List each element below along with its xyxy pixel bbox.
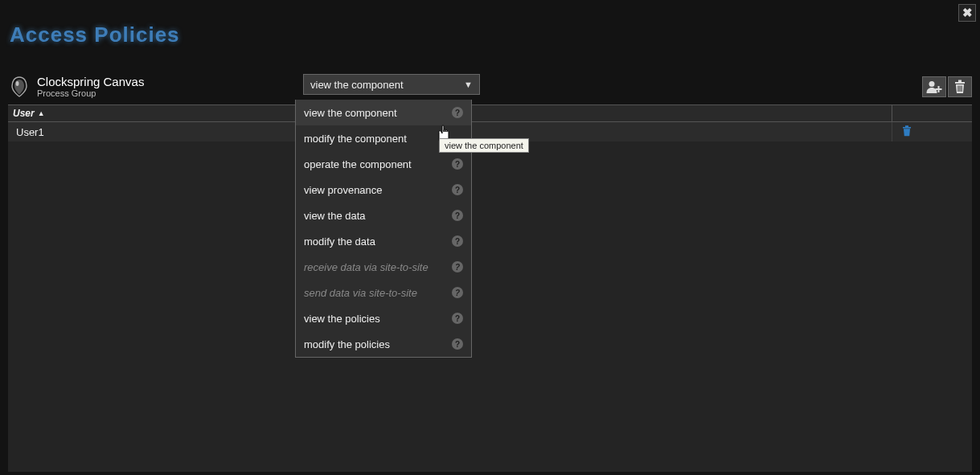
policy-option-label: view the policies	[304, 313, 380, 325]
help-icon[interactable]: ?	[452, 287, 463, 298]
help-icon[interactable]: ?	[452, 107, 463, 118]
svg-rect-5	[958, 80, 962, 83]
component-info: Clockspring Canvas Process Group	[37, 76, 144, 99]
chevron-down-icon: ▼	[464, 80, 473, 89]
policy-option[interactable]: modify the policies?	[296, 331, 471, 357]
delete-policy-button[interactable]	[948, 76, 972, 97]
policy-option-label: modify the component	[304, 133, 407, 145]
policy-option[interactable]: operate the component?	[296, 151, 471, 177]
policy-dropdown[interactable]: view the component ▼	[303, 74, 480, 95]
help-icon[interactable]: ?	[452, 338, 463, 350]
svg-rect-7	[959, 86, 960, 92]
policy-option-label: view the data	[304, 210, 366, 222]
policy-option-label: modify the policies	[304, 338, 390, 350]
user-column-label: User	[13, 108, 35, 119]
process-group-icon	[8, 76, 31, 98]
sort-asc-icon: ▲	[38, 109, 45, 117]
policy-option-label: send data via site-to-site	[304, 287, 417, 299]
user-cell: User1	[16, 126, 44, 138]
policy-option[interactable]: view the policies?	[296, 305, 471, 331]
policy-option-label: modify the data	[304, 235, 375, 248]
component-name: Clockspring Canvas	[37, 76, 144, 89]
policy-option-label: view the component	[304, 107, 397, 119]
svg-point-0	[16, 81, 19, 86]
column-divider	[892, 105, 892, 121]
close-button[interactable]: ✖	[958, 4, 976, 22]
policy-dropdown-value: view the component	[310, 79, 404, 91]
component-type: Process Group	[37, 88, 144, 98]
page-title: Access Policies	[10, 23, 180, 47]
close-icon: ✖	[962, 6, 973, 20]
table-row[interactable]: User1	[8, 122, 972, 141]
policy-option-label: view provenance	[304, 184, 383, 196]
policy-option[interactable]: view the component?	[296, 100, 471, 125]
add-user-button[interactable]	[922, 76, 946, 97]
policy-option-label: receive data via site-to-site	[304, 261, 428, 273]
remove-user-button[interactable]	[902, 125, 912, 139]
help-icon[interactable]: ?	[452, 313, 463, 324]
policy-dropdown-list[interactable]: view the component?modify the componento…	[295, 100, 472, 358]
svg-rect-10	[905, 125, 908, 127]
svg-rect-4	[955, 82, 965, 84]
help-icon[interactable]: ?	[452, 184, 463, 195]
action-buttons	[922, 76, 972, 97]
policy-option: send data via site-to-site?	[296, 280, 471, 305]
svg-rect-3	[936, 88, 942, 90]
policy-option-label: operate the component	[304, 158, 412, 170]
help-icon[interactable]: ?	[452, 261, 463, 272]
policy-option: receive data via site-to-site?	[296, 254, 471, 280]
help-icon[interactable]: ?	[452, 158, 463, 170]
svg-rect-9	[903, 127, 911, 129]
row-divider	[892, 122, 892, 141]
user-table-header[interactable]: User ▲	[8, 104, 972, 122]
policy-option[interactable]: view the data?	[296, 203, 471, 228]
help-icon[interactable]: ?	[452, 210, 463, 221]
policy-option[interactable]: modify the component	[296, 125, 471, 151]
policy-option[interactable]: view provenance?	[296, 177, 471, 203]
user-table-body: User1	[8, 122, 972, 472]
component-header: Clockspring Canvas Process Group view th…	[8, 74, 972, 100]
help-icon[interactable]: ?	[452, 235, 463, 247]
policy-option[interactable]: modify the data?	[296, 228, 471, 254]
svg-rect-6	[957, 86, 958, 92]
svg-point-1	[929, 81, 935, 87]
svg-rect-8	[962, 86, 962, 92]
